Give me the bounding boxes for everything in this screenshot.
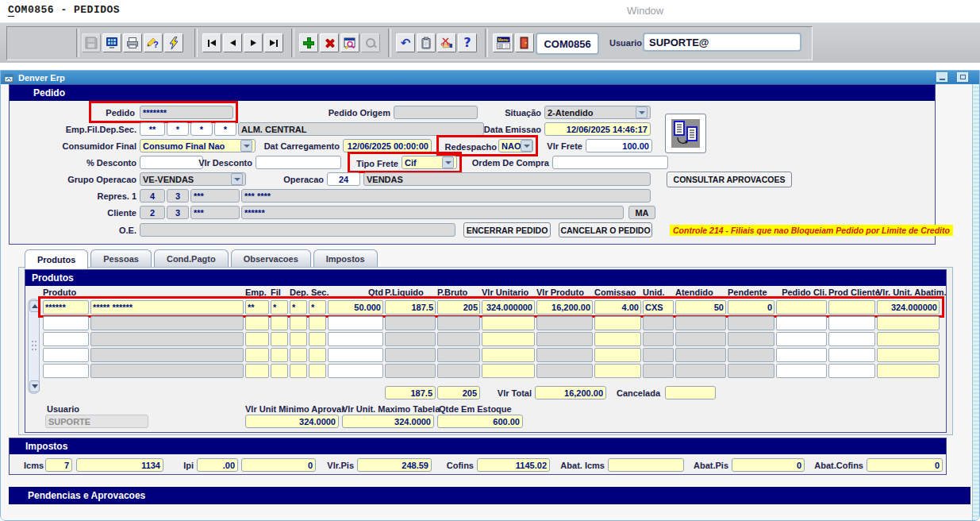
- grid-cell[interactable]: [328, 348, 383, 362]
- cell-vlr-produto[interactable]: 16,200.00: [536, 300, 593, 315]
- cell-pendente[interactable]: 0: [728, 300, 774, 315]
- ordem-compra-field[interactable]: [552, 156, 668, 169]
- grid-cell[interactable]: [877, 348, 940, 362]
- grid-cell[interactable]: [643, 364, 674, 378]
- dep-field[interactable]: *: [190, 122, 213, 136]
- pedido-field[interactable]: *******: [140, 106, 233, 119]
- deposito-field[interactable]: ALM. CENTRAL: [238, 122, 484, 136]
- first-record-button[interactable]: [202, 33, 221, 52]
- grid-cell[interactable]: [675, 332, 726, 346]
- grid-cell[interactable]: [643, 316, 674, 330]
- scroll-grip[interactable]: [32, 341, 33, 342]
- cliente-3-field[interactable]: ***: [190, 206, 240, 219]
- grid-cell[interactable]: [245, 364, 269, 378]
- grid-cell[interactable]: [328, 364, 383, 378]
- vlr-frete-field[interactable]: 100.00: [586, 139, 652, 152]
- cell-dep[interactable]: *: [290, 300, 307, 315]
- cell-fil[interactable]: *: [271, 300, 288, 315]
- menu-button[interactable]: Menu: [493, 33, 513, 52]
- consumidor-final-combo[interactable]: Consumo Final Nao: [140, 139, 256, 152]
- previous-record-button[interactable]: [223, 33, 242, 52]
- operacao-codigo-field[interactable]: 24: [327, 172, 360, 186]
- tab-pessoas[interactable]: Pessoas: [90, 249, 152, 268]
- last-record-button[interactable]: [264, 33, 283, 52]
- grid-cell[interactable]: [290, 332, 307, 346]
- grid-cell[interactable]: [536, 316, 593, 330]
- cell-unid[interactable]: CXS: [643, 300, 674, 315]
- grid-cell[interactable]: [728, 348, 774, 362]
- help-button[interactable]: ?: [458, 33, 477, 52]
- grid-cell[interactable]: [828, 364, 875, 378]
- cell-prod-cliente[interactable]: [828, 300, 875, 315]
- cancelada-field[interactable]: [665, 386, 716, 399]
- grupo-operacao-combo[interactable]: VE-VENDAS: [140, 172, 246, 186]
- grid-cell[interactable]: [643, 332, 674, 346]
- vlr-pis-field[interactable]: 248.59: [357, 458, 432, 472]
- grid-cell[interactable]: [328, 316, 383, 330]
- usuario-field[interactable]: SUPORTE@: [643, 33, 801, 52]
- grid-cell[interactable]: [90, 332, 244, 346]
- copy-pedido-button[interactable]: [665, 114, 706, 153]
- print-button[interactable]: [123, 33, 142, 52]
- vlr-desconto-field[interactable]: [256, 156, 341, 169]
- grid-cell[interactable]: [309, 348, 326, 362]
- scroll-up-button[interactable]: [29, 300, 40, 312]
- grid-cell[interactable]: [776, 364, 827, 378]
- cliente-nome-field[interactable]: ******: [241, 206, 624, 219]
- grid-cell[interactable]: [309, 332, 326, 346]
- vertical-scrollbar[interactable]: [972, 84, 979, 521]
- grid-cell[interactable]: [385, 348, 436, 362]
- exit-button[interactable]: [515, 33, 534, 52]
- repres-nome-field[interactable]: *** ****: [241, 189, 651, 203]
- grid-cell[interactable]: [309, 316, 326, 330]
- grid-cell[interactable]: [828, 316, 875, 330]
- data-emissao-field[interactable]: 12/06/2025 14:46:17: [544, 122, 651, 136]
- grid-cell[interactable]: [245, 348, 269, 362]
- maximize-button[interactable]: [957, 72, 968, 82]
- grid-cell[interactable]: [776, 332, 827, 346]
- grid-cell[interactable]: [437, 364, 480, 378]
- sec-field[interactable]: *: [214, 122, 236, 136]
- abat-icms-field[interactable]: [608, 458, 684, 472]
- grid-cell[interactable]: [877, 316, 940, 330]
- operacao-nome-field[interactable]: VENDAS: [363, 172, 651, 186]
- cell-descricao[interactable]: ***** ******: [90, 300, 244, 315]
- save-button[interactable]: [82, 33, 101, 52]
- cut-button[interactable]: [437, 33, 456, 52]
- grid-cell[interactable]: [437, 332, 480, 346]
- grid-cell[interactable]: [90, 316, 244, 330]
- next-record-button[interactable]: [244, 33, 263, 52]
- cliente-2-field[interactable]: 3: [167, 206, 189, 219]
- search-button[interactable]: [361, 33, 380, 52]
- tab-cond-pagto[interactable]: Cond.Pagto: [154, 249, 229, 268]
- tipo-frete-combo[interactable]: Cif: [402, 156, 457, 169]
- grid-cell[interactable]: [594, 364, 641, 378]
- grid-cell[interactable]: [776, 316, 827, 330]
- grid-cell[interactable]: [43, 348, 89, 362]
- grid-cell[interactable]: [90, 364, 244, 378]
- grid-cell[interactable]: [385, 316, 436, 330]
- ipi-aliq-field[interactable]: .00: [197, 458, 238, 472]
- cell-qtd[interactable]: 50.000: [328, 300, 383, 315]
- tab-observacoes[interactable]: Observacoes: [231, 249, 311, 268]
- clipboard-button[interactable]: [417, 33, 436, 52]
- scroll-down-button[interactable]: [29, 380, 40, 392]
- grid-cell[interactable]: [828, 348, 875, 362]
- grid-cell[interactable]: [482, 316, 535, 330]
- grid-cell[interactable]: [594, 316, 641, 330]
- grid-cell[interactable]: [675, 364, 726, 378]
- grid-cell[interactable]: [437, 316, 480, 330]
- cell-p-liquido[interactable]: 187.5: [385, 300, 436, 315]
- grid-cell[interactable]: [271, 364, 288, 378]
- grid-cell[interactable]: [290, 364, 307, 378]
- minimize-button[interactable]: [936, 72, 947, 82]
- delete-record-button[interactable]: [320, 33, 339, 52]
- grid-cell[interactable]: [776, 348, 827, 362]
- cell-comissao[interactable]: 4.00: [594, 300, 641, 315]
- grid-cell[interactable]: [675, 348, 726, 362]
- repres-3-field[interactable]: ***: [190, 189, 240, 203]
- grid-cell[interactable]: [482, 332, 535, 346]
- grid-cell[interactable]: [594, 332, 641, 346]
- grid-cell[interactable]: [271, 348, 288, 362]
- program-code-field[interactable]: COM0856: [536, 33, 599, 55]
